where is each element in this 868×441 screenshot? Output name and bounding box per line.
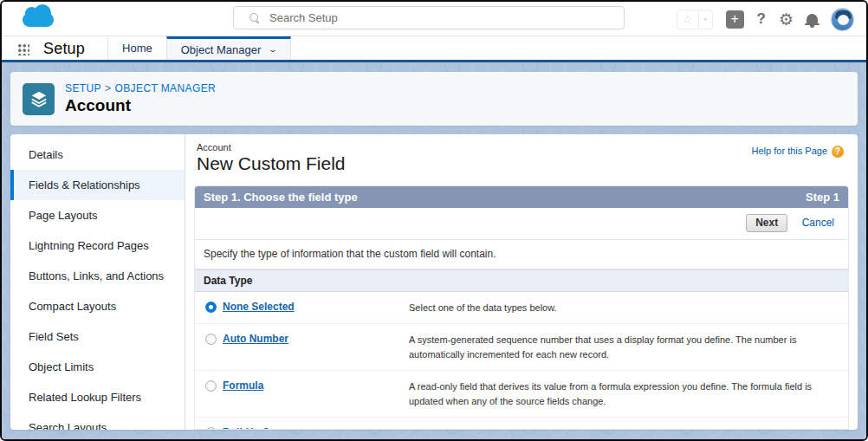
help-question-icon[interactable]: ? [832,146,844,158]
step-badge: Step 1 [806,191,839,204]
global-search[interactable] [233,6,625,29]
data-type-section-header: Data Type [195,269,848,292]
data-type-label-link[interactable]: Auto Number [223,333,288,345]
sidebar-item[interactable]: Search Layouts [10,412,185,430]
global-add-icon[interactable]: + [726,10,744,29]
sidebar-item[interactable]: Field Sets [10,321,185,352]
favorites-control[interactable]: ☆ ▾ [677,10,713,29]
sidebar-item-label: Object Limits [29,360,94,373]
data-type-description: A system-generated sequence number that … [409,333,848,362]
sidebar-item-label: Buttons, Links, and Actions [29,269,164,282]
sidebar-item-label: Details [29,148,63,161]
breadcrumb: SETUP>OBJECT MANAGER Account [65,82,216,115]
data-type-label-link[interactable]: None Selected [223,301,295,313]
salesforce-logo-icon [23,13,54,27]
data-type-radio[interactable] [205,380,217,392]
setup-page-background: SETUP>OBJECT MANAGER Account Details Fie… [2,62,866,440]
sidebar-item-label: Fields & Relationships [29,178,140,191]
header-actions: ☆ ▾ + ? ⚙ [677,2,854,36]
help-for-this-page-link[interactable]: Help for this Page ? [752,146,844,174]
data-type-radio[interactable] [205,302,217,313]
data-type-description: A read-only field that derives its value… [409,379,848,409]
data-type-row: None Selected Select one of the data typ… [195,292,848,324]
sidebar-item-label: Compact Layouts [29,300,116,313]
object-layers-icon [23,83,55,115]
action-button-row: Next Cancel [195,208,848,240]
data-type-row: Formula A read-only field that derives i… [195,371,848,418]
search-icon [249,13,259,23]
sidebar-item-label: Search Layouts [29,421,107,430]
new-custom-field-panel: Account New Custom Field Help for this P… [185,134,858,430]
data-type-label-link[interactable]: Formula [223,379,263,392]
data-type-description: Select one of the data types below. [409,301,848,315]
step-section: Step 1. Choose the field type Step 1 Nex… [194,185,849,430]
notifications-bell-icon[interactable] [806,14,818,23]
data-type-radio[interactable] [205,427,217,430]
tab-home-label: Home [122,42,152,55]
object-title: Account [65,96,216,115]
data-type-row: Auto Number A system-generated sequence … [195,324,848,371]
tab-home[interactable]: Home [107,36,166,60]
data-type-description: A read-only field that displays the sum,… [409,426,848,430]
sidebar-item[interactable]: Object Limits [10,352,185,382]
salesforce-setup-window: ☆ ▾ + ? ⚙ Setup Home Object Manager ⌄ [0,0,868,441]
sidebar-item-label: Lightning Record Pages [29,239,149,252]
sidebar-item-label: Related Lookup Filters [29,391,141,404]
setup-nav-bar: Setup Home Object Manager ⌄ [2,36,866,62]
breadcrumb-setup-link[interactable]: SETUP [65,82,101,94]
user-avatar[interactable] [831,8,854,31]
sidebar-item[interactable]: Page Layouts [10,200,185,230]
app-launcher-icon[interactable] [17,43,29,55]
step-description: Specify the type of information that the… [195,240,848,269]
sidebar-item[interactable]: Details [10,139,185,170]
context-label: Account [197,142,346,152]
search-input[interactable] [269,11,615,24]
sidebar-item[interactable]: Fields & Relationships [10,170,185,200]
setup-gear-icon[interactable]: ⚙ [779,11,794,28]
sidebar-item[interactable]: Related Lookup Filters [10,382,185,412]
tab-object-manager[interactable]: Object Manager ⌄ [166,36,291,60]
step-header-bar: Step 1. Choose the field type Step 1 [195,186,848,208]
cancel-link[interactable]: Cancel [802,217,834,229]
next-button[interactable]: Next [746,214,787,232]
chevron-down-icon[interactable]: ⌄ [269,45,278,54]
data-type-list: None Selected Select one of the data typ… [195,292,848,430]
object-sidebar: Details Fields & Relationships Page Layo… [10,134,185,430]
favorites-dropdown-icon[interactable]: ▾ [699,10,713,29]
favorites-star-icon[interactable]: ☆ [677,10,699,29]
app-name-label: Setup [43,40,85,60]
panel-title-row: Account New Custom Field Help for this P… [185,134,858,178]
tab-object-manager-label: Object Manager [181,43,262,56]
object-manager-content: Details Fields & Relationships Page Layo… [10,134,858,430]
sidebar-item-label: Field Sets [29,330,79,343]
object-header-card: SETUP>OBJECT MANAGER Account [10,72,858,126]
step-title: Step 1. Choose the field type [204,191,358,204]
sidebar-item[interactable]: Lightning Record Pages [10,230,185,261]
help-link-label: Help for this Page [752,146,827,156]
help-icon[interactable]: ? [757,10,766,28]
breadcrumb-separator: > [105,82,111,94]
data-type-radio[interactable] [205,334,217,345]
data-type-label-link[interactable]: Roll-Up Summary [223,426,310,430]
sidebar-item[interactable]: Buttons, Links, and Actions [10,261,185,291]
global-header: ☆ ▾ + ? ⚙ [2,2,866,36]
sidebar-item[interactable]: Compact Layouts [10,291,185,321]
breadcrumb-object-manager-link[interactable]: OBJECT MANAGER [114,82,216,94]
data-type-row: Roll-Up Summary A read-only field that d… [195,418,848,430]
sidebar-item-label: Page Layouts [29,209,98,222]
page-title: New Custom Field [197,153,346,174]
